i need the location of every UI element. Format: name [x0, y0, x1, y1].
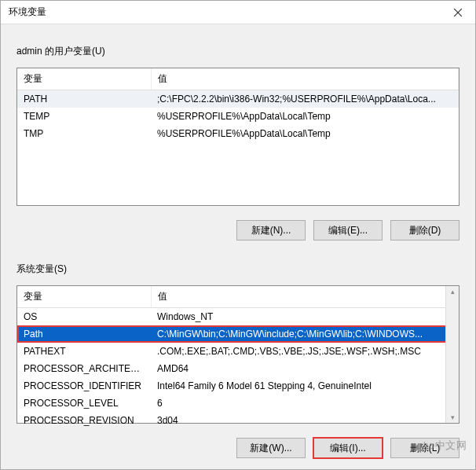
scrollbar[interactable]: ▴ ▾	[445, 286, 459, 423]
table-row[interactable]: PROCESSOR_IDENTIFIER Intel64 Family 6 Mo…	[17, 377, 459, 395]
system-vars-table[interactable]: 变量 值 OS Windows_NT Path C:\MinGW\bin;C:\…	[17, 286, 459, 429]
system-vars-buttons: 新建(W)... 编辑(I)... 删除(L)	[16, 438, 460, 458]
cell-value: ;C:\FPC\2.2.2\bin\i386-Win32;%USERPROFIL…	[151, 90, 459, 108]
scroll-up-icon[interactable]: ▴	[451, 288, 455, 296]
cell-value: 6	[151, 395, 459, 412]
table-header-row: 变量 值	[17, 68, 459, 90]
table-row[interactable]: OS Windows_NT	[17, 308, 459, 326]
table-row[interactable]: TEMP %USERPROFILE%\AppData\Local\Temp	[17, 108, 459, 125]
cell-variable: PROCESSOR_LEVEL	[17, 395, 151, 412]
cell-value: 3d04	[151, 412, 459, 429]
edit-sys-var-button[interactable]: 编辑(I)...	[313, 438, 383, 458]
cell-variable: PROCESSOR_IDENTIFIER	[17, 377, 151, 395]
table-row[interactable]: PROCESSOR_ARCHITECT... AMD64	[17, 360, 459, 377]
delete-sys-var-button[interactable]: 删除(L)	[390, 438, 460, 458]
delete-user-var-button[interactable]: 删除(D)	[390, 220, 460, 241]
cell-value: AMD64	[151, 360, 459, 377]
cell-variable: Path	[17, 325, 151, 343]
table-row[interactable]: PROCESSOR_REVISION 3d04	[17, 412, 459, 429]
cell-value: .COM;.EXE;.BAT;.CMD;.VBS;.VBE;.JS;.JSE;.…	[151, 343, 459, 360]
table-row[interactable]: PROCESSOR_LEVEL 6	[17, 395, 459, 412]
new-sys-var-button[interactable]: 新建(W)...	[236, 438, 306, 458]
cell-variable: PROCESSOR_REVISION	[17, 412, 151, 429]
cell-variable: PROCESSOR_ARCHITECT...	[17, 360, 151, 377]
system-vars-label: 系统变量(S)	[16, 263, 460, 276]
table-row[interactable]: PATH ;C:\FPC\2.2.2\bin\i386-Win32;%USERP…	[17, 90, 459, 108]
table-header-row: 变量 值	[17, 286, 459, 308]
cell-variable: OS	[17, 308, 151, 326]
table-row[interactable]: TMP %USERPROFILE%\AppData\Local\Temp	[17, 125, 459, 142]
user-vars-buttons: 新建(N)... 编辑(E)... 删除(D)	[16, 220, 460, 241]
col-value[interactable]: 值	[151, 68, 459, 90]
col-value[interactable]: 值	[151, 286, 459, 308]
cell-variable: TEMP	[17, 108, 151, 125]
titlebar: 环境变量	[1, 1, 475, 24]
user-vars-table[interactable]: 变量 值 PATH ;C:\FPC\2.2.2\bin\i386-Win32;%…	[17, 68, 459, 142]
cell-variable: PATH	[17, 90, 151, 108]
scroll-down-icon[interactable]: ▾	[451, 413, 455, 421]
cell-value: %USERPROFILE%\AppData\Local\Temp	[151, 108, 459, 125]
new-user-var-button[interactable]: 新建(N)...	[236, 220, 306, 241]
close-icon[interactable]	[440, 1, 475, 24]
dialog-title: 环境变量	[9, 6, 46, 19]
cell-value: %USERPROFILE%\AppData\Local\Temp	[151, 125, 459, 142]
env-vars-dialog: 环境变量 admin 的用户变量(U) 变量 值 PATH ;C:\FPC\2.…	[0, 0, 476, 470]
user-vars-label: admin 的用户变量(U)	[16, 45, 460, 58]
cell-value: Windows_NT	[151, 308, 459, 326]
cell-value: Intel64 Family 6 Model 61 Stepping 4, Ge…	[151, 377, 459, 395]
col-variable[interactable]: 变量	[17, 68, 151, 90]
system-vars-table-wrap: 变量 值 OS Windows_NT Path C:\MinGW\bin;C:\…	[16, 285, 460, 424]
edit-user-var-button[interactable]: 编辑(E)...	[313, 220, 383, 241]
user-vars-table-wrap: 变量 值 PATH ;C:\FPC\2.2.2\bin\i386-Win32;%…	[16, 68, 460, 206]
table-row[interactable]: PATHEXT .COM;.EXE;.BAT;.CMD;.VBS;.VBE;.J…	[17, 343, 459, 360]
cell-variable: TMP	[17, 125, 151, 142]
cell-variable: PATHEXT	[17, 343, 151, 360]
dialog-content: admin 的用户变量(U) 变量 值 PATH ;C:\FPC\2.2.2\b…	[1, 24, 475, 470]
col-variable[interactable]: 变量	[17, 286, 151, 308]
table-row-selected[interactable]: Path C:\MinGW\bin;C:\MinGW\include;C:\Mi…	[17, 325, 459, 343]
cell-value: C:\MinGW\bin;C:\MinGW\include;C:\MinGW\l…	[151, 325, 459, 343]
